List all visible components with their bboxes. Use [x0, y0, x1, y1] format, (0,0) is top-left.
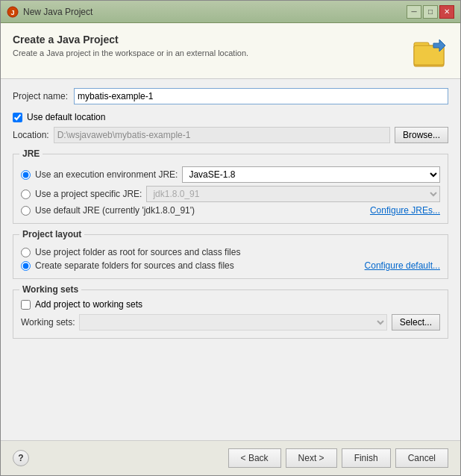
location-label: Location:	[13, 130, 49, 140]
layout-option2-row: Create separate folders for sources and …	[21, 260, 440, 271]
layout-option1-row: Use project folder as root for sources a…	[21, 247, 440, 257]
use-default-location-checkbox[interactable]	[13, 113, 22, 122]
location-input	[54, 127, 390, 143]
layout-option1-radio[interactable]	[21, 248, 31, 257]
working-sets-title: Working sets	[19, 284, 81, 295]
svg-text:J: J	[10, 9, 14, 16]
working-sets-label: Working sets:	[21, 317, 75, 328]
jre-option3-label: Use default JRE (currently 'jdk1.8.0_91'…	[35, 205, 195, 216]
project-name-input[interactable]	[74, 88, 448, 104]
working-sets-row: Working sets: Select...	[21, 314, 440, 331]
location-row: Location: Browse...	[13, 127, 448, 143]
jre-option1-row: Use an execution environment JRE: JavaSE…	[21, 166, 440, 183]
jre-option2-radio[interactable]	[21, 190, 31, 199]
content-area: Create a Java Project Create a Java proj…	[1, 23, 460, 475]
footer-left: ?	[13, 450, 29, 466]
jre-option3-row: Use default JRE (currently 'jdk1.8.0_91'…	[21, 205, 440, 216]
configure-jres-link[interactable]: Configure JREs...	[370, 205, 440, 216]
cancel-button[interactable]: Cancel	[395, 448, 448, 468]
project-name-label: Project name:	[13, 91, 68, 101]
folder-icon	[413, 34, 448, 69]
add-to-working-sets-row: Add project to working sets	[21, 299, 440, 310]
java-icon: J	[7, 6, 19, 18]
main-window: J New Java Project ─ □ ✕ Create a Java P…	[0, 0, 461, 476]
window-title: New Java Project	[23, 7, 92, 17]
footer-buttons: < Back Next > Finish Cancel	[228, 448, 448, 468]
jre-group: JRE Use an execution environment JRE: Ja…	[13, 154, 448, 224]
jre-option3-left: Use default JRE (currently 'jdk1.8.0_91'…	[21, 205, 195, 216]
back-button[interactable]: < Back	[228, 448, 281, 468]
jre-option1-radio[interactable]	[21, 170, 31, 180]
use-default-location-row: Use default location	[13, 112, 448, 122]
jre-option2-row: Use a project specific JRE: jdk1.8.0_91	[21, 186, 440, 202]
jre-group-title: JRE	[19, 148, 43, 159]
finish-button[interactable]: Finish	[342, 448, 391, 468]
use-default-location-label: Use default location	[27, 112, 105, 122]
layout-option1-label: Use project folder as root for sources a…	[35, 247, 240, 257]
configure-default-link[interactable]: Configure default...	[365, 260, 440, 271]
close-button[interactable]: ✕	[439, 5, 454, 19]
working-sets-group: Working sets Add project to working sets…	[13, 289, 448, 339]
page-subtitle: Create a Java project in the workspace o…	[13, 48, 248, 57]
working-sets-dropdown	[79, 314, 386, 331]
project-layout-title: Project layout	[19, 229, 84, 239]
add-to-working-sets-label: Add project to working sets	[35, 299, 142, 310]
minimize-button[interactable]: ─	[407, 5, 421, 19]
title-bar-controls: ─ □ ✕	[407, 5, 454, 19]
header-section: Create a Java Project Create a Java proj…	[1, 23, 460, 79]
project-name-row: Project name:	[13, 88, 448, 104]
select-button[interactable]: Select...	[392, 314, 440, 331]
jre-option2-label: Use a project specific JRE:	[35, 189, 142, 199]
footer: ? < Back Next > Finish Cancel	[1, 440, 460, 475]
layout-option2-left: Create separate folders for sources and …	[21, 260, 234, 271]
main-form: Project name: Use default location Locat…	[1, 79, 460, 440]
title-bar-left: J New Java Project	[7, 6, 92, 18]
layout-option2-radio[interactable]	[21, 261, 31, 271]
project-layout-group: Project layout Use project folder as roo…	[13, 234, 448, 279]
page-title: Create a Java Project	[13, 34, 248, 46]
jre-option3-radio[interactable]	[21, 206, 31, 216]
layout-option2-label: Create separate folders for sources and …	[35, 260, 234, 271]
browse-button[interactable]: Browse...	[395, 127, 448, 143]
jre-option2-dropdown: jdk1.8.0_91	[146, 186, 440, 202]
header-text: Create a Java Project Create a Java proj…	[13, 34, 248, 57]
add-to-working-sets-checkbox[interactable]	[21, 300, 31, 310]
jre-option1-label: Use an execution environment JRE:	[35, 169, 178, 180]
title-bar: J New Java Project ─ □ ✕	[1, 1, 460, 23]
next-button[interactable]: Next >	[286, 448, 337, 468]
help-button[interactable]: ?	[13, 450, 29, 466]
maximize-button[interactable]: □	[423, 5, 438, 19]
jre-option1-dropdown[interactable]: JavaSE-1.8	[182, 166, 440, 183]
